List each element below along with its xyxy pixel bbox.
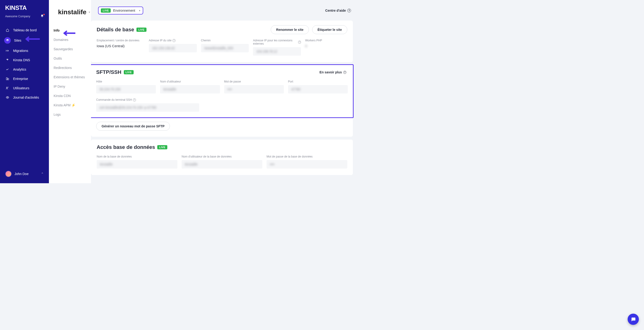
- field-value-blurred: 8: [305, 44, 347, 48]
- help-icon[interactable]: ?: [298, 41, 301, 44]
- nav-sites[interactable]: Sites: [0, 35, 49, 46]
- field-password: Mot de passe ••••: [224, 80, 284, 94]
- field-value-blurred[interactable]: 35.224.75.159: [96, 85, 156, 94]
- nav-activity[interactable]: Journal d'activités: [0, 93, 49, 102]
- field-label: Adresse IP pour les connexions externes: [253, 39, 297, 45]
- subnav-domains[interactable]: Domaines: [49, 35, 91, 44]
- building-icon: [5, 76, 10, 81]
- field-workers: Workers PHP 8: [305, 39, 347, 56]
- layers-icon: [4, 37, 11, 44]
- nav-label: Journal d'activités: [13, 96, 39, 99]
- field-value-blurred[interactable]: kinstalife: [182, 160, 262, 168]
- field-value-blurred[interactable]: /www/kinstalife_000: [201, 44, 249, 52]
- field-value-blurred[interactable]: kinstalife: [160, 85, 220, 94]
- environment-switcher[interactable]: LIVE Environnement ▾: [98, 6, 143, 14]
- nav-migrations[interactable]: Migrations: [0, 46, 49, 55]
- bolt-icon: ⚡: [71, 103, 75, 107]
- subnav-logs[interactable]: Logs: [49, 110, 91, 119]
- avatar: [5, 170, 12, 177]
- chevron-down-icon: ▾: [139, 9, 140, 12]
- field-label: Workers PHP: [305, 39, 347, 42]
- field-site-ip: Adresse IP du site? 162.159.136.42: [149, 39, 197, 56]
- help-icon: ?: [347, 9, 351, 12]
- field-value-blurred[interactable]: ••••: [224, 85, 284, 94]
- field-value-blurred[interactable]: kinstalife: [97, 160, 178, 168]
- learn-more-link[interactable]: En savoir plus ?: [320, 70, 346, 74]
- subnav-label: Logs: [54, 113, 60, 116]
- field-label: Mot de passe: [224, 80, 284, 83]
- subnav-plugins[interactable]: Extensions et thèmes: [49, 72, 91, 82]
- nav-label: Kinsta DNS: [13, 58, 30, 62]
- nav-company[interactable]: Entreprise: [0, 74, 49, 83]
- rename-site-button[interactable]: Renommer le site: [271, 25, 309, 34]
- subnav-apm[interactable]: Kinsta APM⚡: [49, 101, 91, 110]
- live-badge: LIVE: [124, 70, 134, 74]
- subnav-label: Extensions et thèmes: [54, 75, 85, 79]
- subnav-redirects[interactable]: Redirections: [49, 63, 91, 72]
- subnav-cdn[interactable]: Kinsta CDN: [49, 91, 91, 101]
- company-name: Awesome Company: [5, 15, 30, 18]
- regenerate-sftp-password-button[interactable]: Générer un nouveau mot de passe SFTP: [96, 122, 170, 131]
- help-icon[interactable]: ?: [133, 98, 136, 101]
- subnav-label: Domaines: [54, 38, 68, 42]
- field-label: Mot de passe de la base de données: [266, 155, 347, 158]
- help-icon: ?: [343, 71, 346, 74]
- field-value-blurred[interactable]: 104.198.78.12: [253, 47, 301, 56]
- eye-icon: [5, 95, 10, 100]
- brand-logo[interactable]: KINSTA: [0, 0, 49, 13]
- subnav-label: IP Deny: [54, 85, 65, 88]
- field-db-name: Nom de la base de données kinstalife: [97, 155, 178, 168]
- user-menu[interactable]: John Doe ⌃: [0, 167, 49, 183]
- user-name: John Doe: [14, 172, 28, 176]
- notifications-icon[interactable]: [40, 14, 44, 18]
- svg-point-3: [7, 97, 8, 98]
- live-badge: LIVE: [101, 8, 111, 13]
- nav-label: Entreprise: [13, 77, 28, 81]
- learn-more-label: En savoir plus: [320, 70, 342, 74]
- main-sidebar: KINSTA Awesome Company Tableau de bord S…: [0, 0, 49, 183]
- live-badge: LIVE: [136, 27, 146, 32]
- field-value-blurred[interactable]: 162.159.136.42: [149, 44, 197, 52]
- chart-icon: [5, 67, 10, 72]
- label-site-button[interactable]: Étiqueter le site: [312, 25, 347, 34]
- field-value-blurred[interactable]: ssh kinstalife@35.224.75.159 -p 47780: [96, 103, 199, 112]
- field-label: Emplacement / centre de données: [97, 39, 144, 42]
- chevron-down-icon[interactable]: ▾: [89, 10, 90, 14]
- nav-dashboard[interactable]: Tableau de bord: [0, 25, 49, 35]
- content-area: LIVE Environnement ▾ Centre d'aide ? Dét…: [91, 0, 358, 183]
- field-label: Chemin: [201, 39, 249, 42]
- subnav-label: Info: [54, 28, 60, 32]
- site-subnav: Info Domaines Sauvegardes Outils Redirec…: [49, 26, 91, 119]
- subnav-label: Kinsta APM: [54, 103, 70, 107]
- field-label: Commande du terminal SSH: [96, 98, 132, 101]
- chevron-up-icon: ⌃: [41, 172, 44, 176]
- field-db-password: Mot de passe de la base de données ••••: [266, 155, 347, 168]
- help-icon[interactable]: ?: [172, 39, 176, 42]
- field-label: Hôte: [96, 80, 156, 83]
- help-center-link[interactable]: Centre d'aide ?: [325, 9, 351, 12]
- nav-label: Utilisateurs: [13, 86, 29, 90]
- panel-basic-details: Détails de base LIVE Renommer le site Ét…: [91, 20, 353, 62]
- panel-sftp-ssh: SFTP/SSH LIVE En savoir plus ? Hôte 35.2…: [91, 64, 353, 137]
- subnav-label: Sauvegardes: [54, 47, 73, 51]
- panel-title: SFTP/SSH: [96, 69, 122, 75]
- field-label: Nom d'utilisateur de la base de données: [182, 155, 262, 158]
- subnav-label: Redirections: [54, 66, 72, 70]
- nav-users[interactable]: Utilisateurs: [0, 83, 49, 93]
- subnav-info[interactable]: Info: [49, 26, 91, 35]
- field-db-user: Nom d'utilisateur de la base de données …: [182, 155, 262, 168]
- subnav-ipdeny[interactable]: IP Deny: [49, 82, 91, 91]
- subnav-label: Kinsta CDN: [54, 94, 71, 98]
- nav-dns[interactable]: Kinsta DNS: [0, 55, 49, 65]
- field-label: Nom de la base de données: [97, 155, 178, 158]
- field-value-blurred[interactable]: 47780: [288, 85, 348, 94]
- field-label: Port: [288, 80, 348, 83]
- field-value-blurred[interactable]: ••••: [266, 160, 347, 168]
- subnav-tools[interactable]: Outils: [49, 54, 91, 63]
- field-host: Hôte 35.224.75.159: [96, 80, 156, 94]
- nav-label: Migrations: [13, 49, 28, 53]
- subnav-backups[interactable]: Sauvegardes: [49, 44, 91, 54]
- nav-analytics[interactable]: Analytics: [0, 65, 49, 74]
- field-label: Nom d'utilisateur: [160, 80, 220, 83]
- svg-rect-1: [8, 78, 9, 80]
